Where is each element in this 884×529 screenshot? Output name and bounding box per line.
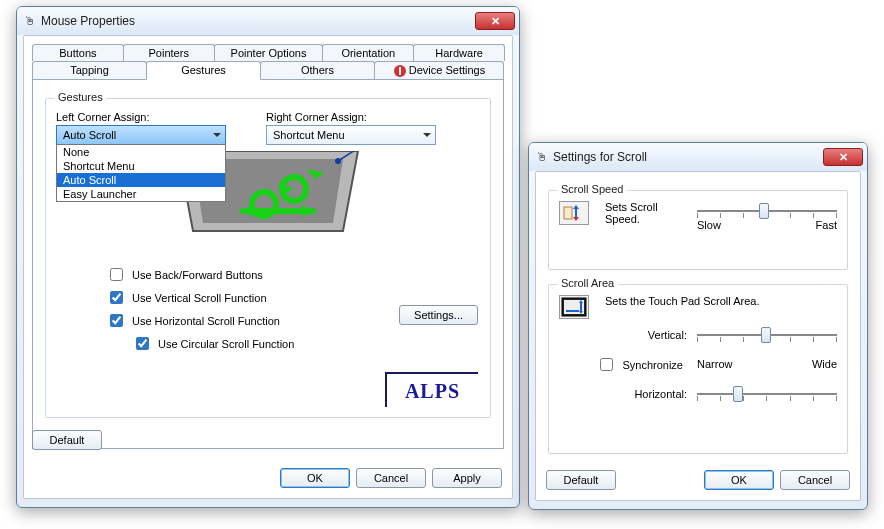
close-icon: ✕ (491, 15, 500, 28)
right-corner-value: Shortcut Menu (273, 129, 345, 141)
chk-backforward-label: Use Back/Forward Buttons (132, 269, 263, 281)
right-corner-label: Right Corner Assign: (266, 111, 436, 123)
alps-logo: ALPS (385, 372, 478, 407)
narrow-label: Narrow (697, 358, 732, 370)
dialog-buttons: OK Cancel (704, 470, 850, 490)
dialog-buttons: OK Cancel Apply (280, 468, 502, 488)
gestures-panel: Gestures Left Corner Assign: Auto Scroll… (32, 79, 504, 449)
option-auto-scroll[interactable]: Auto Scroll (57, 173, 225, 187)
left-corner-dropdown: None Shortcut Menu Auto Scroll Easy Laun… (56, 144, 226, 202)
tab-device-settings[interactable]: Device Settings (374, 61, 504, 80)
synchronize-label: Synchronize (622, 359, 683, 371)
scroll-speed-legend: Scroll Speed (557, 183, 627, 195)
chk-backforward-box[interactable] (110, 268, 123, 281)
chk-hscroll-box[interactable] (110, 314, 123, 327)
default-button[interactable]: Default (32, 430, 102, 450)
close-button[interactable]: ✕ (475, 12, 515, 30)
scroll-settings-window: 🖱 Settings for Scroll ✕ Scroll Speed Se (528, 142, 868, 510)
scroll-area-text: Sets the Touch Pad Scroll Area. (605, 295, 760, 307)
scroll-area-legend: Scroll Area (557, 277, 618, 289)
gestures-legend: Gestures (54, 91, 107, 103)
synchronize-checkbox[interactable]: Synchronize (596, 355, 683, 374)
chk-circular[interactable]: Use Circular Scroll Function (132, 334, 480, 353)
scroll-speed-group: Scroll Speed Sets Scroll Speed. (548, 190, 848, 270)
scroll-area-group: Scroll Area Sets the Touch Pad Scroll Ar… (548, 284, 848, 454)
tab-pointer-options[interactable]: Pointer Options (214, 44, 324, 61)
tab-hardware[interactable]: Hardware (413, 44, 505, 61)
device-settings-icon (393, 64, 407, 78)
ok-button[interactable]: OK (280, 468, 350, 488)
svg-point-5 (335, 158, 341, 164)
scroll-area-icon (559, 295, 589, 319)
tab-pointers[interactable]: Pointers (123, 44, 215, 61)
tab-tapping[interactable]: Tapping (32, 61, 147, 80)
svg-marker-14 (573, 217, 579, 221)
titlebar: 🖱 Settings for Scroll ✕ (529, 143, 867, 171)
tab-device-settings-label: Device Settings (409, 64, 485, 76)
chk-circular-box[interactable] (136, 337, 149, 350)
chevron-down-icon (423, 133, 431, 137)
chk-vscroll-label: Use Vertical Scroll Function (132, 292, 267, 304)
option-none[interactable]: None (57, 145, 225, 159)
close-icon: ✕ (839, 151, 848, 164)
close-button[interactable]: ✕ (823, 148, 863, 166)
horizontal-slider[interactable] (697, 384, 837, 404)
gestures-group: Gestures Left Corner Assign: Auto Scroll… (45, 98, 491, 418)
cancel-button[interactable]: Cancel (356, 468, 426, 488)
chevron-down-icon (213, 133, 221, 137)
left-corner-label: Left Corner Assign: (56, 111, 226, 123)
tab-gestures[interactable]: Gestures (146, 61, 261, 80)
tab-others[interactable]: Others (260, 61, 375, 80)
vertical-slider[interactable] (697, 325, 837, 345)
chk-vscroll-box[interactable] (110, 291, 123, 304)
svg-rect-11 (564, 207, 572, 219)
default-button[interactable]: Default (546, 470, 616, 490)
titlebar: 🖱 Mouse Properties ✕ (17, 7, 519, 35)
slider-thumb[interactable] (759, 203, 769, 219)
client-area: Scroll Speed Sets Scroll Speed. (535, 171, 861, 501)
horizontal-label: Horizontal: (617, 388, 687, 400)
option-shortcut-menu[interactable]: Shortcut Menu (57, 159, 225, 173)
tab-row-1: Buttons Pointers Pointer Options Orienta… (32, 44, 504, 61)
tab-orientation[interactable]: Orientation (322, 44, 414, 61)
svg-marker-13 (573, 205, 579, 209)
wide-label: Wide (812, 358, 837, 370)
mouse-icon: 🖱 (23, 14, 37, 28)
scroll-speed-icon (559, 201, 589, 225)
tab-row-2: Tapping Gestures Others Device Settings (32, 61, 504, 80)
synchronize-box[interactable] (600, 358, 613, 371)
cancel-button[interactable]: Cancel (780, 470, 850, 490)
window-title: Settings for Scroll (553, 150, 823, 164)
apply-button[interactable]: Apply (432, 468, 502, 488)
right-corner-combo[interactable]: Shortcut Menu (266, 125, 436, 145)
chk-hscroll-label: Use Horizontal Scroll Function (132, 315, 280, 327)
settings-button[interactable]: Settings... (399, 305, 478, 325)
chk-circular-label: Use Circular Scroll Function (158, 338, 294, 350)
client-area: Buttons Pointers Pointer Options Orienta… (23, 35, 513, 499)
option-easy-launcher[interactable]: Easy Launcher (57, 187, 225, 201)
left-corner-value: Auto Scroll (63, 129, 116, 141)
scroll-speed-text: Sets Scroll Speed. (605, 201, 689, 225)
mouse-icon: 🖱 (535, 150, 549, 164)
mouse-properties-window: 🖱 Mouse Properties ✕ Buttons Pointers Po… (16, 6, 520, 508)
scroll-speed-slider[interactable] (697, 201, 837, 221)
left-corner-combo[interactable]: Auto Scroll None Shortcut Menu Auto Scro… (56, 125, 226, 145)
slider-thumb[interactable] (761, 327, 771, 343)
window-title: Mouse Properties (41, 14, 475, 28)
tab-buttons[interactable]: Buttons (32, 44, 124, 61)
vertical-label: Vertical: (617, 329, 687, 341)
chk-backforward[interactable]: Use Back/Forward Buttons (106, 265, 480, 284)
svg-rect-1 (399, 67, 401, 75)
slider-thumb[interactable] (733, 386, 743, 402)
ok-button[interactable]: OK (704, 470, 774, 490)
